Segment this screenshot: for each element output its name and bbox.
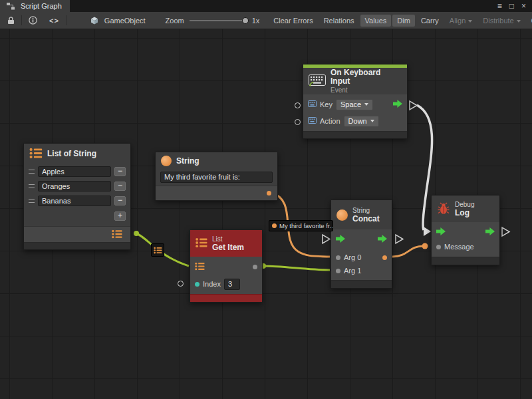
- node-on-keyboard-input[interactable]: On Keyboard Input Event Key Space: [303, 64, 408, 139]
- code-view-icon[interactable]: <>: [49, 17, 59, 25]
- pane-menu-icon[interactable]: ≡: [497, 0, 502, 12]
- list-output-icon[interactable]: [112, 229, 122, 240]
- values-toggle[interactable]: Values: [360, 15, 392, 27]
- keyboard-icon: [309, 74, 326, 88]
- node-get-item[interactable]: List Get Item Index 3: [190, 229, 263, 303]
- remove-item-button[interactable]: −: [114, 196, 126, 205]
- control-out-port-concat[interactable]: [396, 235, 403, 243]
- node-debug-log[interactable]: Debug Log Message: [431, 195, 500, 265]
- close-icon[interactable]: ×: [521, 0, 526, 12]
- message-label: Message: [444, 243, 474, 251]
- remove-item-button[interactable]: −: [114, 167, 126, 176]
- string-value-field[interactable]: My third favorite fruit is:: [160, 172, 273, 183]
- string-output-port[interactable]: [267, 191, 271, 196]
- drag-handle-icon[interactable]: [29, 170, 35, 174]
- control-input-arrow-icon[interactable]: [436, 227, 446, 237]
- index-value-port[interactable]: [178, 281, 184, 287]
- string-type-icon: [336, 209, 348, 221]
- error-strip: [190, 294, 262, 302]
- chevron-down-icon: [370, 120, 374, 122]
- align-dropdown[interactable]: Align: [445, 15, 477, 27]
- control-output-arrow-icon[interactable]: [393, 100, 402, 109]
- tab-title: Script Graph: [21, 2, 62, 10]
- key-value-port[interactable]: [295, 102, 301, 108]
- item-output-port[interactable]: [253, 265, 257, 269]
- key-dropdown[interactable]: Space: [336, 99, 373, 110]
- list-item-field[interactable]: Apples: [38, 166, 111, 177]
- node-string-literal[interactable]: String My third favorite fruit is:: [155, 152, 278, 201]
- list-item-field[interactable]: Oranges: [38, 181, 111, 192]
- control-output-arrow-icon[interactable]: [378, 235, 387, 244]
- node-title: List of String: [47, 149, 96, 158]
- key-input-icon: [308, 100, 317, 108]
- node-footer: [331, 280, 392, 288]
- action-dropdown[interactable]: Down: [344, 116, 379, 127]
- info-icon[interactable]: [29, 16, 37, 25]
- zoom-slider-knob[interactable]: [242, 17, 249, 24]
- control-input-arrow-icon[interactable]: [336, 235, 345, 244]
- node-list-of-string[interactable]: List of String Apples − Oranges − Banana…: [23, 143, 131, 250]
- tab-script-graph[interactable]: Script Graph: [0, 0, 70, 12]
- clear-errors-button[interactable]: Clear Errors: [269, 15, 317, 27]
- control-out-port-keyboard[interactable]: [410, 101, 417, 110]
- maximize-icon[interactable]: □: [509, 0, 514, 12]
- list-item-row: Oranges −: [24, 180, 130, 193]
- concat-result-dot: [422, 243, 428, 249]
- arg0-label: Arg 0: [344, 253, 361, 261]
- index-input-port[interactable]: [195, 282, 200, 287]
- list-input-icon[interactable]: [195, 262, 205, 272]
- overview-button[interactable]: Overv: [527, 15, 532, 27]
- chevron-down-icon: [364, 103, 368, 106]
- list-icon: [29, 148, 43, 160]
- list-item-row: Bananas −: [24, 194, 130, 207]
- control-output-arrow-icon[interactable]: [485, 227, 495, 237]
- toolbar-separator: [21, 15, 22, 25]
- wire-getitem-to-concat[interactable]: [263, 266, 330, 270]
- gameobject-icon: [90, 17, 98, 25]
- toolbar-separator: [66, 15, 66, 25]
- wire-keyboard-to-log[interactable]: [417, 105, 432, 230]
- drag-handle-icon[interactable]: [29, 199, 35, 203]
- list-input-row: [190, 259, 262, 274]
- string-type-icon: [161, 156, 172, 166]
- action-value-port[interactable]: [295, 119, 301, 125]
- node-title: On Keyboard Input: [331, 68, 402, 86]
- node-subtitle: Event: [331, 86, 402, 94]
- list-icon: [196, 237, 207, 249]
- string-value-preview: My third favorite fr...: [269, 220, 333, 231]
- control-row: [331, 232, 392, 247]
- node-footer: [303, 131, 407, 138]
- list-output-row: [24, 226, 130, 242]
- relations-button[interactable]: Relations: [319, 15, 359, 27]
- bug-icon: [437, 201, 450, 216]
- arg1-input-port[interactable]: [336, 269, 340, 273]
- control-out-port-log[interactable]: [502, 227, 509, 236]
- wire-concat-to-log[interactable]: [392, 246, 424, 257]
- node-footer: [24, 242, 130, 249]
- tab-bar: Script Graph ≡ □ ×: [0, 0, 532, 12]
- zoom-slider[interactable]: [190, 20, 247, 21]
- index-field[interactable]: 3: [224, 279, 240, 290]
- message-input-port[interactable]: [436, 245, 441, 249]
- lock-icon[interactable]: [7, 16, 15, 25]
- remove-item-button[interactable]: −: [114, 182, 126, 191]
- arg0-input-port[interactable]: [336, 255, 340, 260]
- graph-owner-selector[interactable]: GameObject: [88, 17, 146, 25]
- action-port-row: Action Down: [303, 114, 407, 128]
- drag-handle-icon[interactable]: [29, 184, 35, 188]
- result-output-port[interactable]: [382, 255, 387, 260]
- list-output-port[interactable]: [134, 231, 139, 236]
- dim-toggle[interactable]: Dim: [392, 15, 415, 27]
- graph-canvas[interactable]: On Keyboard Input Event Key Space: [0, 29, 532, 399]
- add-item-button[interactable]: +: [114, 211, 126, 221]
- list-item-row: Apples −: [24, 165, 130, 178]
- graph-icon: [7, 3, 15, 10]
- carry-button[interactable]: Carry: [416, 15, 444, 27]
- gameobject-label: GameObject: [104, 17, 146, 25]
- node-concat[interactable]: String Concat Arg 0: [331, 200, 392, 289]
- node-title: String: [176, 156, 200, 166]
- control-in-port-concat[interactable]: [323, 235, 330, 243]
- distribute-dropdown[interactable]: Distribute: [478, 15, 525, 27]
- list-item-field[interactable]: Bananas: [38, 196, 111, 206]
- zoom-value: 1x: [252, 17, 260, 25]
